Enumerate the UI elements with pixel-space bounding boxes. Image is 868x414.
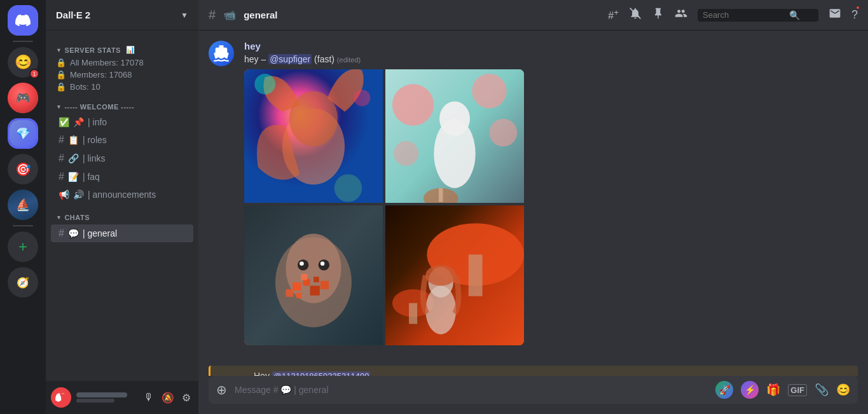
hash-icon-general: # (59, 228, 64, 239)
message-input-area: ⊕ 🚀 ⚡ 🎁 GIF 📎 😊 (198, 376, 868, 414)
members-button[interactable] (675, 7, 687, 23)
channel-label-info: | info (88, 117, 107, 127)
emoji-button[interactable]: 😊 (836, 383, 850, 397)
svg-rect-19 (293, 282, 301, 291)
video-icon: 📹 (223, 9, 236, 21)
server-divider-1 (13, 41, 33, 42)
server-icon-discord[interactable] (8, 5, 38, 36)
search-icon: 🔍 (789, 10, 800, 20)
mention: @supfiger (268, 54, 312, 64)
channel-label-general: | general (83, 228, 117, 238)
discover-button[interactable]: 🧭 (8, 267, 38, 298)
checkbox-icon: ✅ (59, 117, 69, 127)
server-icon-dalle[interactable]: 💎 (8, 118, 38, 149)
channel-item-announcements[interactable]: 📢 🔊 | announcements (51, 186, 193, 203)
search-bar[interactable]: 🔍 (698, 9, 818, 22)
category-label-server-stats: SERVER STATS (64, 46, 121, 54)
stat-all-members-text: All Members: 17078 (70, 58, 144, 67)
volume-icon: 🔊 (73, 190, 84, 200)
svg-rect-35 (409, 303, 417, 324)
channel-list: ▼ SERVER STATS 📊 🔒 All Members: 17078 🔒 … (46, 31, 198, 381)
svg-point-4 (254, 74, 275, 95)
gift-button[interactable]: 🎁 (766, 383, 780, 397)
category-server-stats[interactable]: ▼ SERVER STATS 📊 (46, 36, 198, 57)
category-arrow-chats-icon: ▼ (56, 214, 62, 221)
svg-rect-21 (310, 286, 320, 295)
svg-point-13 (439, 102, 470, 137)
server-sidebar: 😊 1 🎮 💎 🎯 ⛵ + 🧭 (0, 0, 46, 414)
svg-point-6 (334, 174, 362, 202)
svg-point-11 (394, 141, 418, 166)
server-name: Dall·E 2 (56, 10, 90, 20)
channel-label-links: | links (83, 153, 106, 163)
pin-button[interactable] (652, 7, 665, 23)
server-icon-smiley[interactable]: 😊 1 (8, 47, 38, 78)
svg-rect-22 (296, 293, 302, 298)
add-server-button[interactable]: + (8, 231, 38, 262)
svg-point-38 (425, 265, 456, 286)
channel-item-roles[interactable]: # 📋 | roles (51, 131, 193, 149)
edited-tag: (edited) (337, 56, 361, 64)
server-icon-ship[interactable]: ⛵ (8, 190, 38, 220)
category-label-welcome: ----- WELCOME ----- (64, 103, 134, 111)
pin-icon: 📌 (73, 117, 84, 127)
message-content: hey hey – @supfiger (fast) (edited) (244, 41, 858, 350)
message-header: hey (244, 41, 858, 52)
roles-emoji-icon: 📋 (68, 135, 79, 145)
svg-point-30 (320, 261, 325, 266)
gif-button[interactable]: GIF (788, 384, 807, 396)
help-button[interactable]: ? (851, 8, 858, 22)
channel-item-faq[interactable]: # 📝 | faq (51, 168, 193, 186)
preview-mention: @1121018659335311490 (272, 371, 371, 376)
chevron-down-icon: ▼ (181, 11, 188, 20)
svg-point-5 (354, 90, 370, 106)
channel-sidebar: Dall·E 2 ▼ ▼ SERVER STATS 📊 🔒 All Member… (46, 0, 198, 414)
image-cell-3[interactable] (244, 205, 383, 345)
search-input[interactable] (703, 10, 785, 20)
server-header[interactable]: Dall·E 2 ▼ (46, 0, 198, 31)
category-chats[interactable]: ▼ CHATS (46, 204, 198, 224)
channel-label-faq: | faq (83, 172, 100, 182)
channel-title: general (244, 10, 277, 20)
channel-item-links[interactable]: # 🔗 | links (51, 149, 193, 167)
channel-item-info[interactable]: ✅ 📌 | info (51, 114, 193, 130)
mute-channel-button[interactable] (629, 7, 642, 23)
server-badge-smiley: 1 (29, 69, 39, 79)
avatar (209, 41, 234, 66)
username (76, 392, 136, 403)
server-divider-2 (13, 225, 33, 226)
image-cell-4[interactable] (385, 205, 524, 345)
add-channel-button[interactable]: #+ (608, 8, 619, 22)
sticker-button[interactable]: 📎 (815, 383, 829, 397)
message-author: hey (244, 41, 261, 52)
server-icon-target[interactable]: 🎯 (8, 154, 38, 184)
mute-button[interactable]: 🎙 (141, 389, 156, 406)
stat-members: 🔒 Members: 17068 (46, 69, 198, 81)
inbox-button[interactable] (829, 7, 841, 23)
avatar-placeholder (218, 371, 244, 376)
user-panel: 🎙 🔕 ⚙ (46, 381, 198, 414)
server-icon-red[interactable]: 🎮 (8, 83, 38, 113)
lock-icon-2: 🔒 (56, 70, 66, 79)
input-actions: 🚀 ⚡ 🎁 GIF 📎 😊 (715, 381, 850, 399)
deafen-button[interactable]: 🔕 (159, 389, 177, 406)
channel-label-announcements: | announcements (88, 190, 156, 200)
category-welcome[interactable]: ▼ ----- WELCOME ----- (46, 93, 198, 113)
links-emoji-icon: 🔗 (68, 153, 79, 163)
add-attachment-button[interactable]: ⊕ (216, 382, 227, 397)
message-text: hey – @supfiger (fast) (edited) (244, 54, 858, 64)
nitro-boost-button-2[interactable]: ⚡ (741, 381, 759, 399)
message-preview: Hey @1121018659335311490 (209, 366, 858, 376)
message-text-before: hey (244, 54, 259, 64)
user-actions: 🎙 🔕 ⚙ (141, 389, 193, 406)
image-cell-1[interactable] (244, 69, 383, 203)
message-input[interactable] (235, 378, 708, 401)
channel-item-general[interactable]: # 💬 | general (51, 224, 193, 242)
faq-emoji-icon: 📝 (68, 172, 79, 182)
settings-button[interactable]: ⚙ (179, 389, 193, 406)
nitro-boost-button[interactable]: 🚀 (715, 381, 733, 399)
chat-icon-general: 💬 (68, 228, 79, 238)
header-actions: #+ 🔍 (608, 7, 858, 23)
svg-rect-24 (301, 274, 307, 280)
image-cell-2[interactable] (385, 69, 524, 203)
